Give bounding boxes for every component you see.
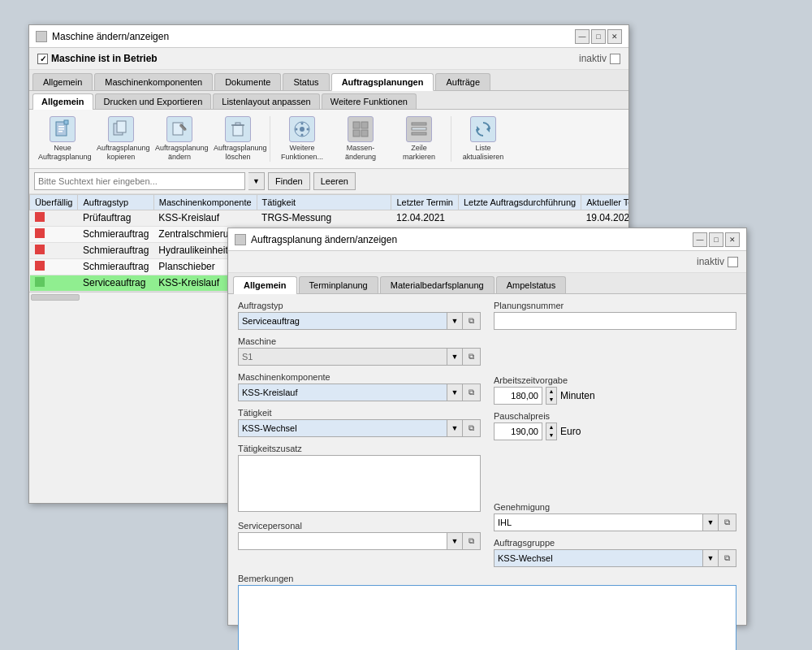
arbeitszeitvorgabe-spinner[interactable]: ▲ ▼: [546, 387, 557, 405]
auftragstyp-input[interactable]: [238, 312, 447, 330]
taetigkeit-label: Tätigkeit: [238, 408, 481, 418]
dialog-inaktiv-label: inaktiv: [697, 256, 738, 267]
svg-rect-23: [412, 123, 426, 125]
main-title-bar: Maschine ändern/anzeigen — □ ✕: [29, 25, 628, 48]
pauschalpreis-spinner-down[interactable]: ▼: [546, 431, 556, 440]
dialog-close-button[interactable]: ✕: [725, 232, 740, 247]
tab-allgemein[interactable]: Allgemein: [32, 73, 93, 90]
dialog-tab-allgemein[interactable]: Allgemein: [233, 276, 297, 294]
servicepersonal-input[interactable]: [238, 532, 447, 550]
tab-dokumente[interactable]: Dokumente: [214, 73, 281, 90]
taetigkeit-group: ▼ ⧉: [238, 419, 481, 437]
overdue-red-icon: [35, 245, 45, 254]
clear-button[interactable]: Leeren: [313, 172, 356, 190]
auftragstyp-dropdown-btn[interactable]: ▼: [447, 312, 463, 330]
inaktiv-checkbox[interactable]: [610, 54, 620, 64]
auftragsgruppe-ext-btn[interactable]: ⧉: [719, 549, 736, 567]
maschine-group: ▼ ⧉: [238, 348, 481, 366]
maschine-dropdown-btn[interactable]: ▼: [447, 348, 463, 366]
col-ueberfaellig: Überfällig: [30, 194, 78, 210]
svg-rect-2: [58, 128, 64, 130]
taetigkeitszusatz-textarea[interactable]: [238, 455, 481, 512]
bemerkungen-textarea[interactable]: [238, 585, 736, 650]
close-button[interactable]: ✕: [607, 29, 622, 44]
dialog-minimize-button[interactable]: —: [693, 232, 707, 247]
tab-auftragsplanungen[interactable]: Auftragsplanungen: [331, 73, 434, 91]
find-button[interactable]: Finden: [268, 172, 310, 190]
auftragsplanung-kopieren-button[interactable]: Auftragsplanung kopieren: [93, 113, 149, 165]
weitere-funktionen-button[interactable]: Weitere Funktionen...: [274, 113, 330, 165]
auftragsplanung-loeschen-button[interactable]: Auftragsplanung löschen: [209, 113, 266, 165]
taetigkeit-ext-btn[interactable]: ⧉: [463, 419, 481, 437]
ribbon-tab-drucken[interactable]: Drucken und Exportieren: [95, 93, 212, 109]
tab-status[interactable]: Status: [283, 73, 329, 90]
maschinenkomponente-dropdown-btn[interactable]: ▼: [447, 384, 463, 401]
servicepersonal-group: ▼ ⧉: [238, 532, 481, 550]
zeile-markieren-label: Zeile markieren: [395, 144, 443, 162]
main-ribbon: Neue Auftragsplanung Auftragsplanung kop…: [29, 110, 628, 169]
dialog-inaktiv-checkbox[interactable]: [728, 257, 738, 267]
svg-rect-4: [64, 120, 68, 124]
auftragsgruppe-row: Auftragsgruppe ▼ ⧉: [494, 538, 736, 567]
taetigkeit-input[interactable]: [238, 419, 447, 437]
genehmigung-input[interactable]: [494, 514, 702, 531]
maschinenkomponente-input[interactable]: [238, 384, 447, 401]
massenänderung-button[interactable]: Massen-änderung: [332, 113, 389, 165]
ribbon-tab-allgemein[interactable]: Allgemein: [32, 93, 93, 110]
ribbon-tab-listenlayout[interactable]: Listenlayout anpassen: [213, 93, 319, 109]
table-row[interactable]: Prüfauftrag KSS-Kreislauf TRGS-Messung 1…: [30, 210, 629, 226]
dialog-tab-ampelstatus[interactable]: Ampelstatus: [496, 276, 567, 293]
maximize-button[interactable]: □: [591, 29, 606, 44]
maschinenkomponente-ext-btn[interactable]: ⧉: [463, 384, 481, 401]
zeile-markieren-button[interactable]: Zeile markieren: [391, 113, 447, 165]
pauschalpreis-input[interactable]: [494, 422, 542, 440]
kopieren-icon: [108, 116, 134, 142]
dialog-maximize-button[interactable]: □: [709, 232, 723, 247]
auftragstyp-ext-btn[interactable]: ⧉: [463, 312, 481, 330]
search-dropdown-btn[interactable]: ▼: [248, 172, 265, 190]
dialog-window-icon: [235, 234, 246, 245]
svg-rect-24: [412, 128, 426, 130]
maschine-input[interactable]: [238, 348, 447, 366]
loeschen-icon: [225, 116, 251, 142]
tab-auftraege[interactable]: Aufträge: [435, 73, 490, 90]
pauschalpreis-spinner-up[interactable]: ▲: [546, 423, 556, 431]
main-window-icon: [36, 31, 47, 42]
pauschalpreis-row: Pauschalpreis ▲ ▼ Euro: [494, 411, 736, 440]
tab-maschinenkomponenten[interactable]: Maschinenkomponenten: [94, 73, 213, 90]
auftragsgruppe-input[interactable]: [494, 549, 702, 567]
minimize-button[interactable]: —: [575, 29, 590, 44]
search-input[interactable]: [34, 172, 245, 190]
spacer2: [494, 447, 736, 502]
machine-betrieb-label: ✓ Maschine ist in Betrieb: [37, 53, 158, 64]
maschine-ext-btn[interactable]: ⧉: [463, 348, 481, 366]
svg-rect-3: [58, 131, 63, 132]
col-taetigkeit: Tätigkeit: [257, 194, 391, 210]
pauschalpreis-spinner[interactable]: ▲ ▼: [546, 422, 557, 440]
dialog-tab-terminplanung[interactable]: Terminplanung: [299, 276, 378, 293]
auftragsplanung-aendern-button[interactable]: Auftragsplanung ändern: [151, 113, 208, 165]
neue-auftragsplanung-button[interactable]: Neue Auftragsplanung: [34, 113, 91, 165]
overdue-green-icon: [35, 277, 45, 287]
massenänderung-label: Massen-änderung: [336, 144, 385, 162]
overdue-red-icon: [35, 212, 45, 222]
machine-betrieb-checkbox[interactable]: ✓: [37, 54, 48, 64]
liste-aktualisieren-button[interactable]: Liste aktualisieren: [455, 113, 512, 165]
genehmigung-ext-btn[interactable]: ⧉: [719, 514, 736, 531]
arbeitszeitvorgabe-input[interactable]: [494, 387, 542, 405]
servicepersonal-ext-btn[interactable]: ⧉: [463, 532, 481, 550]
dialog-window-controls: — □ ✕: [693, 232, 740, 247]
dialog-tab-materialbedarfsplanung[interactable]: Materialbedarfsplanung: [380, 276, 495, 293]
ribbon-tab-weitere[interactable]: Weitere Funktionen: [322, 93, 417, 109]
servicepersonal-dropdown-btn[interactable]: ▼: [447, 532, 463, 550]
maschine-label: Maschine: [238, 336, 481, 346]
spinner-down[interactable]: ▼: [546, 396, 556, 404]
spinner-up[interactable]: ▲: [546, 388, 556, 396]
col-auftragstyp: Auftragstyp: [78, 194, 153, 210]
component-cell: KSS-Kreislauf: [153, 210, 257, 226]
taetigkeit-dropdown-btn[interactable]: ▼: [447, 419, 463, 437]
auftragstyp-label: Auftragstyp: [238, 301, 481, 310]
auftragsgruppe-dropdown-btn[interactable]: ▼: [702, 549, 719, 567]
genehmigung-dropdown-btn[interactable]: ▼: [702, 514, 719, 531]
planungsnummer-input[interactable]: [494, 312, 736, 330]
